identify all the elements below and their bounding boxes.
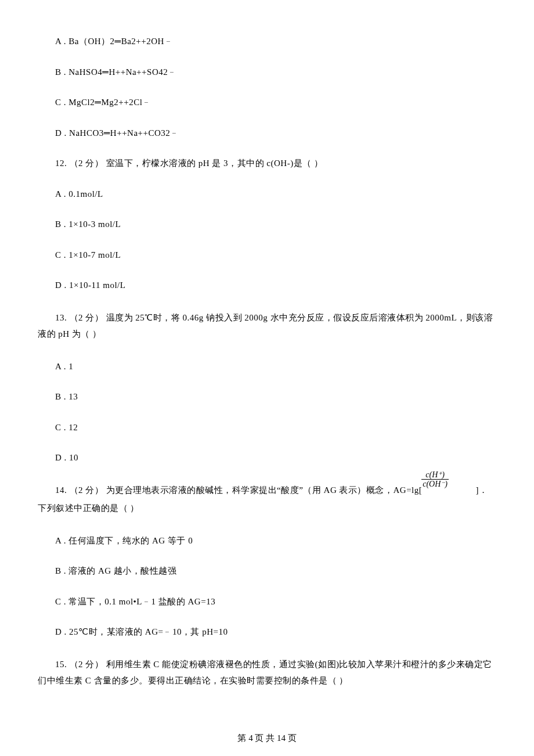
q13-option-d: D . 10 xyxy=(38,451,496,465)
q14-option-a: A . 任何温度下，纯水的 AG 等于 0 xyxy=(38,534,496,548)
fraction-numerator: c(H⁺) xyxy=(421,470,449,480)
q13-option-b: B . 13 xyxy=(38,390,496,404)
q12-option-b: B . 1×10-3 mol/L xyxy=(38,218,496,231)
q11-option-d: D . NaHCO3═H++Na++CO32﹣ xyxy=(38,127,496,140)
fraction-icon: c(H⁺) c(OH⁻) xyxy=(420,470,450,489)
q12-option-d: D . 1×10-11 mol/L xyxy=(38,279,496,292)
q15-stem: 15. （2 分） 利用维生素 C 能使淀粉碘溶液褪色的性质，通过实验(如图)比… xyxy=(38,656,496,689)
q11-option-b: B . NaHSO4═H++Na++SO42﹣ xyxy=(38,66,496,79)
q14-option-b: B . 溶液的 AG 越小，酸性越强 xyxy=(38,564,496,578)
q14-block: c(H⁺) c(OH⁻) 14. （2 分） 为更合理地表示溶液的酸碱性，科学家… xyxy=(38,482,496,517)
q11-option-a: A . Ba（OH）2═Ba2++2OH﹣ xyxy=(38,35,496,48)
page-footer: 第 4 页 共 14 页 xyxy=(0,732,534,745)
q13-option-a: A . 1 xyxy=(38,360,496,373)
q11-option-c: C . MgCl2═Mg2++2Cl﹣ xyxy=(38,96,496,109)
fraction-denominator: c(OH⁻) xyxy=(421,480,449,488)
page: A . Ba（OH）2═Ba2++2OH﹣ B . NaHSO4═H++Na++… xyxy=(0,0,534,756)
q12-stem: 12. （2 分） 室温下，柠檬水溶液的 pH 是 3，其中的 c(OH-)是（… xyxy=(38,157,496,170)
q12-option-a: A . 0.1mol/L xyxy=(38,188,496,201)
q13-option-c: C . 12 xyxy=(38,421,496,434)
q12-option-c: C . 1×10-7 mol/L xyxy=(38,249,496,262)
q14-option-c: C . 常温下，0.1 mol•L﹣1 盐酸的 AG=13 xyxy=(38,595,496,609)
q13-stem: 13. （2 分） 温度为 25℃时，将 0.46g 钠投入到 2000g 水中… xyxy=(38,309,496,343)
q14-stem-pre: 14. （2 分） 为更合理地表示溶液的酸碱性，科学家提出“酸度”（用 AG 表… xyxy=(55,485,425,495)
q14-option-d: D . 25℃时，某溶液的 AG=﹣10，其 pH=10 xyxy=(38,625,496,639)
